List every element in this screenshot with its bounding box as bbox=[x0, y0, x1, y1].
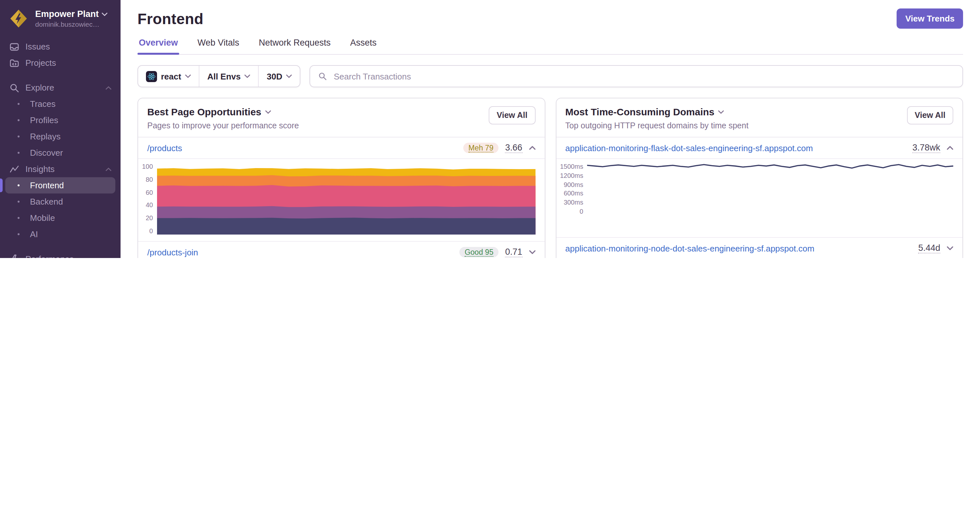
stacked-area-chart[interactable] bbox=[157, 163, 535, 235]
insights-icon bbox=[9, 164, 19, 174]
chevron-down-icon bbox=[101, 12, 107, 16]
sidebar-item-performance[interactable]: Performance bbox=[5, 251, 115, 258]
page-row-products-join[interactable]: /products-join Good 95 0.71 bbox=[138, 242, 544, 258]
sidebar-item-frontend[interactable]: Frontend bbox=[5, 177, 115, 194]
view-all-button[interactable]: View All bbox=[489, 106, 536, 124]
page-link[interactable]: /products-join bbox=[147, 247, 198, 257]
page-link[interactable]: /products bbox=[147, 143, 182, 153]
sidebar-item-issues[interactable]: Issues bbox=[5, 38, 115, 55]
date-range-filter-value: 30D bbox=[267, 71, 282, 81]
sidebar-item-label: Replays bbox=[30, 132, 60, 141]
project-filter-value: react bbox=[161, 71, 181, 81]
page-row-products[interactable]: /products Meh 79 3.66 bbox=[138, 138, 544, 159]
search-icon bbox=[318, 71, 327, 81]
y-axis-labels: 1500ms1200ms900ms600ms300ms0 bbox=[560, 163, 587, 215]
score-badge[interactable]: Good 95 bbox=[460, 247, 498, 257]
card-title[interactable]: Best Page Opportunities bbox=[147, 106, 261, 117]
org-switcher[interactable]: Empower Plant dominik.buszowiec… bbox=[0, 0, 121, 36]
sidebar-item-discover[interactable]: Discover bbox=[5, 144, 115, 161]
section-label: Insights bbox=[25, 164, 55, 174]
sidebar-item-ai[interactable]: AI bbox=[5, 226, 115, 242]
tab-network-requests[interactable]: Network Requests bbox=[258, 38, 332, 54]
org-name: Empower Plant bbox=[35, 9, 99, 19]
issues-icon bbox=[9, 41, 19, 52]
tab-web-vitals[interactable]: Web Vitals bbox=[196, 38, 240, 54]
section-label: Explore bbox=[25, 83, 54, 92]
chevron-down-icon bbox=[185, 74, 191, 78]
page-title: Frontend bbox=[137, 10, 963, 28]
opportunity-score[interactable]: 3.66 bbox=[505, 143, 522, 153]
domain-row-flask[interactable]: application-monitoring-flask-dot-sales-e… bbox=[556, 138, 963, 159]
page-filter-bar: react All Envs 30D bbox=[137, 65, 301, 87]
environment-filter-value: All Envs bbox=[207, 71, 241, 81]
opportunity-score[interactable]: 0.71 bbox=[505, 247, 522, 257]
time-spent-value[interactable]: 5.44d bbox=[918, 243, 940, 254]
view-trends-button[interactable]: View Trends bbox=[897, 8, 963, 29]
card-subtitle: Top outgoing HTTP request domains by tim… bbox=[565, 121, 748, 130]
sidebar-item-label: Performance bbox=[25, 254, 74, 258]
sidebar-item-label: Discover bbox=[30, 148, 63, 158]
best-page-opportunities-card: Best Page Opportunities Pages to improve… bbox=[137, 98, 545, 258]
chevron-up-icon[interactable] bbox=[529, 146, 535, 150]
org-user: dominik.buszowiec… bbox=[35, 20, 107, 28]
search-transactions-box bbox=[310, 65, 963, 87]
domain-link[interactable]: application-monitoring-flask-dot-sales-e… bbox=[565, 143, 813, 153]
sidebar-item-label: Profiles bbox=[30, 115, 58, 125]
app-root: Empower Plant dominik.buszowiec… Issues … bbox=[0, 0, 980, 258]
sidebar: Empower Plant dominik.buszowiec… Issues … bbox=[0, 0, 121, 258]
card-subtitle: Pages to improve your performance score bbox=[147, 121, 299, 130]
sidebar-item-backend[interactable]: Backend bbox=[5, 194, 115, 210]
web-vitals-stacked-chart: 100806040200 bbox=[138, 159, 544, 242]
card-title[interactable]: Most Time-Consuming Domains bbox=[565, 106, 714, 117]
chevron-up-icon[interactable] bbox=[105, 86, 111, 90]
projects-icon bbox=[9, 58, 19, 68]
sidebar-item-label: Frontend bbox=[30, 181, 64, 190]
chevron-down-icon bbox=[245, 74, 251, 78]
time-spent-value[interactable]: 3.78wk bbox=[912, 143, 940, 153]
sidebar-item-replays[interactable]: Replays bbox=[5, 129, 115, 144]
chevron-down-icon[interactable] bbox=[265, 110, 271, 114]
y-axis-labels: 100806040200 bbox=[142, 163, 157, 235]
org-logo-icon bbox=[8, 8, 29, 29]
chevron-up-icon[interactable] bbox=[105, 167, 111, 171]
sidebar-item-label: Projects bbox=[25, 58, 56, 68]
chevron-down-icon[interactable] bbox=[529, 250, 535, 254]
sidebar-section-insights[interactable]: Insights bbox=[5, 161, 115, 177]
search-icon bbox=[9, 83, 19, 93]
sidebar-item-traces[interactable]: Traces bbox=[5, 96, 115, 112]
project-filter[interactable]: react bbox=[138, 66, 199, 87]
domain-row-node[interactable]: application-monitoring-node-dot-sales-en… bbox=[556, 238, 963, 258]
sidebar-section-explore[interactable]: Explore bbox=[5, 79, 115, 96]
score-badge[interactable]: Meh 79 bbox=[463, 143, 499, 153]
sidebar-item-label: Mobile bbox=[30, 213, 55, 223]
tab-assets[interactable]: Assets bbox=[349, 38, 378, 54]
tab-bar: Overview Web Vitals Network Requests Ass… bbox=[137, 38, 963, 55]
domain-link[interactable]: application-monitoring-node-dot-sales-en… bbox=[565, 243, 815, 253]
chevron-up-icon[interactable] bbox=[947, 146, 953, 150]
sidebar-item-profiles[interactable]: Profiles bbox=[5, 112, 115, 129]
tab-overview[interactable]: Overview bbox=[137, 38, 179, 54]
view-all-button[interactable]: View All bbox=[907, 106, 954, 124]
search-transactions-input[interactable] bbox=[332, 71, 955, 82]
chevron-down-icon[interactable] bbox=[718, 110, 724, 114]
react-icon bbox=[146, 71, 157, 82]
main-content: Frontend View Trends Overview Web Vitals… bbox=[121, 0, 980, 258]
sidebar-item-label: Backend bbox=[30, 197, 63, 206]
sidebar-item-label: Issues bbox=[25, 42, 50, 51]
active-indicator bbox=[0, 178, 3, 192]
chevron-down-icon bbox=[286, 74, 292, 78]
sidebar-item-mobile[interactable]: Mobile bbox=[5, 210, 115, 226]
domain-duration-chart: 1500ms1200ms900ms600ms300ms0 bbox=[556, 159, 963, 238]
chevron-down-icon[interactable] bbox=[947, 246, 953, 250]
line-chart[interactable] bbox=[587, 163, 953, 215]
sidebar-item-label: Traces bbox=[30, 99, 56, 109]
sidebar-item-label: AI bbox=[30, 229, 38, 239]
date-range-filter[interactable]: 30D bbox=[259, 66, 300, 87]
sidebar-item-projects[interactable]: Projects bbox=[5, 55, 115, 71]
environment-filter[interactable]: All Envs bbox=[199, 66, 259, 87]
most-time-consuming-domains-card: Most Time-Consuming Domains Top outgoing… bbox=[555, 98, 963, 258]
lightning-icon bbox=[9, 254, 19, 258]
